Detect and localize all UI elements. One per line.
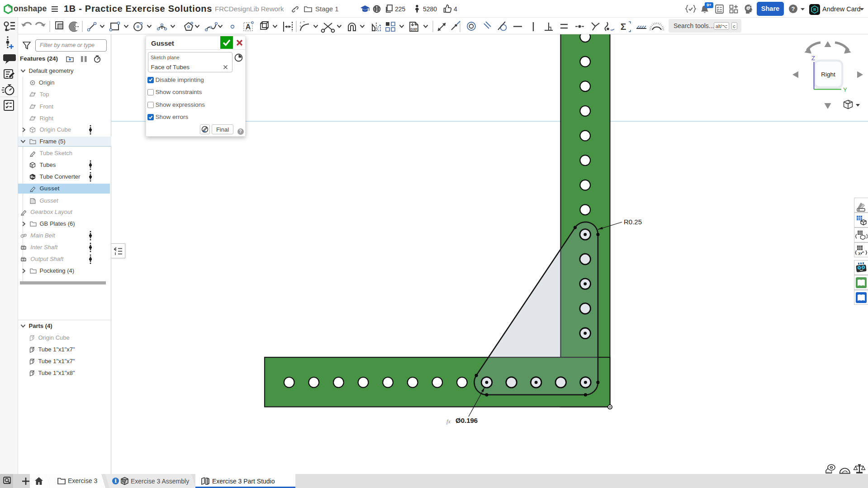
- svg-text:Right: Right: [821, 71, 835, 78]
- svg-text:Ø0.196: Ø0.196: [455, 417, 478, 424]
- svg-text:R0.25: R0.25: [624, 218, 642, 226]
- svg-text:x: x: [858, 250, 861, 256]
- svg-text:Σ: Σ: [621, 21, 626, 32]
- svg-text:A: A: [246, 23, 251, 31]
- svg-text:fx: fx: [446, 418, 451, 425]
- svg-text:DXF: DXF: [411, 27, 417, 31]
- svg-text:Z: Z: [811, 55, 815, 62]
- svg-text:Y: Y: [843, 86, 847, 93]
